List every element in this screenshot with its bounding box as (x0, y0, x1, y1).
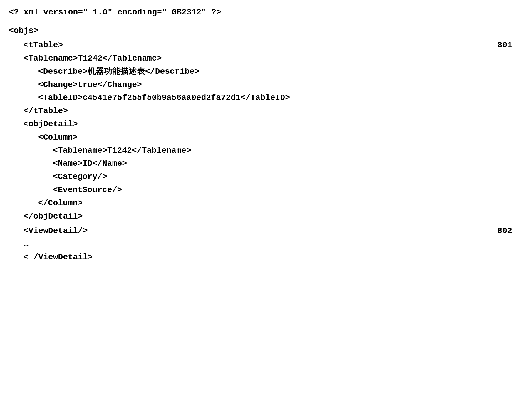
annotation-label-802: 802 (497, 224, 512, 238)
xml-declaration: <? xml version=" 1.0" encoding=" GB2312"… (9, 6, 512, 19)
leader-line-801 (63, 38, 497, 48)
tag-objdetail-open: <objDetail> (9, 118, 512, 131)
ellipsis: … (9, 238, 512, 251)
leader-line-802 (88, 223, 497, 233)
tag-viewdetail-selfclose: <ViewDetail/> (24, 224, 88, 238)
tag-objdetail-close: </objDetail> (9, 210, 512, 223)
tag-column-category: <Category/> (9, 170, 512, 184)
tag-change: <Change>true</Change> (9, 78, 512, 92)
tag-viewdetail-row: <ViewDetail/> 802 (9, 223, 512, 237)
tag-ttable-close: </tTable> (9, 105, 512, 118)
tag-column-eventsource: <EventSource/> (9, 184, 512, 197)
tag-viewdetail-close: < /ViewDetail> (9, 251, 512, 264)
tag-describe: <Describe>机器功能描述表</Describe> (9, 65, 512, 78)
tag-column-open: <Column> (9, 131, 512, 144)
tag-ttable-open: <tTable> (24, 39, 63, 52)
annotation-label-801: 801 (497, 39, 512, 52)
tag-ttable-open-row: <tTable> 801 (9, 38, 512, 52)
tag-objs-open: <objs> (9, 24, 512, 38)
tag-tablename: <Tablename>T1242</Tablename> (9, 52, 512, 65)
tag-column-name: <Name>ID</Name> (9, 157, 512, 170)
tag-column-tablename: <Tablename>T1242</Tablename> (9, 144, 512, 157)
tag-tableid: <TableID>c4541e75f255f50b9a56aa0ed2fa72d… (9, 91, 512, 105)
tag-column-close: </Column> (9, 197, 512, 210)
